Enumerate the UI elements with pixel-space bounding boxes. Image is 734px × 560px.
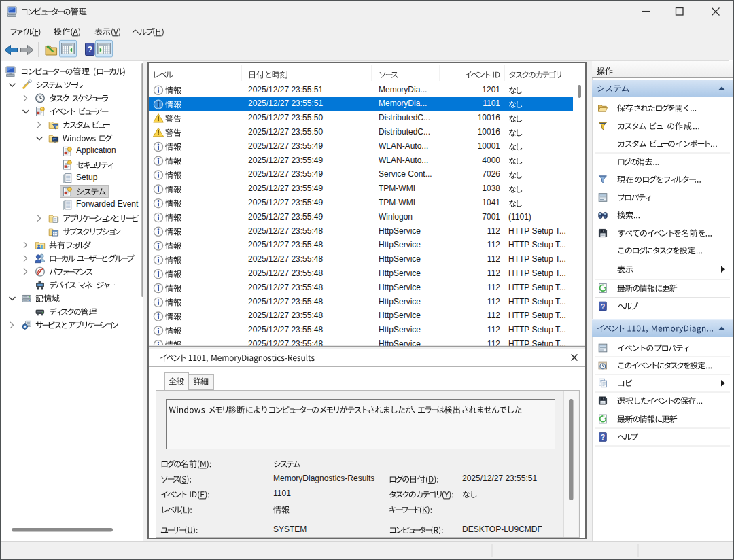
svg-text:?: ? <box>87 45 92 54</box>
svg-text:?: ? <box>601 433 605 441</box>
svg-text:?: ? <box>601 302 605 311</box>
